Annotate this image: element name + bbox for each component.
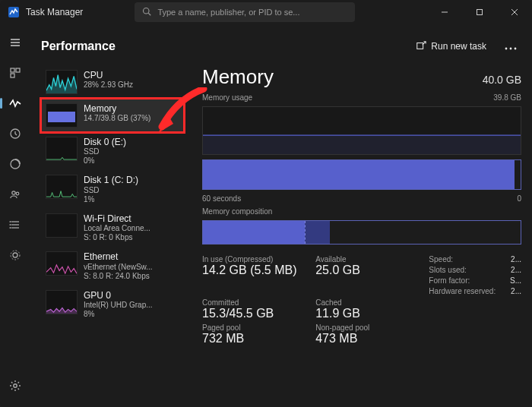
svg-rect-31 (203, 135, 521, 154)
close-button[interactable] (497, 0, 532, 24)
sidebar-item-sub2: 8% (84, 310, 153, 319)
in-use-value: 14.2 GB (5.5 MB) (202, 263, 305, 277)
sidebar-item-sub: Local Area Conne... (84, 224, 150, 233)
svg-point-24 (11, 251, 20, 260)
sidebar-item-sub: SSD (84, 186, 138, 195)
startup-apps-icon[interactable] (6, 155, 24, 173)
nonpaged-value: 473 MB (315, 332, 418, 345)
sidebar-item-label: Memory (84, 103, 150, 114)
memory-usage-bar (202, 159, 521, 190)
svg-rect-11 (16, 68, 20, 72)
cached-label: Cached (315, 298, 418, 307)
perf-item-disk0[interactable]: Disk 0 (E:) SSD 0% (41, 132, 185, 170)
performance-list: CPU 28% 2.93 GHz Memory 14.7/39.8 GB (37… (41, 65, 185, 399)
sidebar-item-sub2: 1% (84, 195, 138, 204)
window-controls (427, 0, 532, 24)
app-title: Task Manager (26, 7, 83, 17)
perf-item-disk1[interactable]: Disk 1 (C: D:) SSD 1% (41, 170, 185, 208)
speed-label: Speed: (429, 255, 453, 263)
committed-value: 15.3/45.5 GB (202, 307, 305, 320)
svg-point-22 (10, 227, 11, 229)
settings-icon[interactable] (6, 377, 24, 395)
sidebar-item-label: Disk 1 (C: D:) (84, 175, 138, 185)
more-button[interactable] (500, 36, 521, 56)
minimize-button[interactable] (427, 0, 462, 24)
perf-item-gpu0[interactable]: GPU 0 Intel(R) UHD Grap... 8% (41, 286, 185, 323)
sidebar-item-label: Ethernet (84, 251, 153, 262)
perf-item-ethernet[interactable]: Ethernet vEthernet (NewSw... S: 8.0 R: 2… (41, 247, 185, 285)
run-new-task-label: Run new task (431, 41, 486, 52)
memory-total: 40.0 GB (483, 74, 521, 86)
hamburger-icon[interactable] (6, 33, 24, 52)
content-area: Performance Run new task (30, 24, 532, 407)
perf-item-wifi[interactable]: Wi-Fi Direct Local Area Conne... S: 0 R:… (41, 209, 185, 247)
paged-value: 732 MB (202, 332, 305, 345)
app-icon (8, 6, 20, 18)
svg-point-25 (14, 384, 17, 387)
available-value: 25.0 GB (315, 263, 418, 277)
usage-right: 39.8 GB (493, 93, 521, 102)
in-use-label: In use (Compressed) (202, 255, 305, 263)
committed-label: Committed (202, 298, 305, 307)
title-bar: Task Manager (0, 0, 532, 24)
sidebar-item-sub: 28% 2.93 GHz (84, 80, 133, 90)
sidebar-item-sub: SSD (84, 147, 126, 156)
slots-value: 2... (511, 266, 521, 274)
sidebar-item-sub2: S: 8.0 R: 24.0 Kbps (84, 272, 153, 281)
form-label: Form factor: (429, 276, 470, 285)
composition-label: Memory composition (202, 207, 272, 216)
sidebar-item-label: Wi-Fi Direct (84, 213, 150, 224)
performance-icon[interactable] (6, 94, 24, 112)
memory-usage-chart[interactable] (202, 106, 521, 155)
svg-point-23 (13, 253, 17, 257)
search-box[interactable] (135, 2, 355, 22)
svg-rect-26 (417, 43, 423, 49)
nav-rail (0, 24, 30, 407)
search-input[interactable] (157, 8, 347, 17)
sidebar-item-sub: vEthernet (NewSw... (84, 263, 153, 272)
perf-item-memory[interactable]: Memory 14.7/39.8 GB (37%) (41, 99, 185, 132)
details-icon[interactable] (6, 216, 24, 234)
page-title: Performance (41, 39, 402, 53)
users-icon[interactable] (6, 185, 24, 204)
usage-label: Memory usage (202, 93, 252, 102)
svg-rect-12 (11, 74, 14, 77)
nonpaged-label: Non-paged pool (315, 323, 418, 332)
sidebar-item-label: Disk 0 (E:) (84, 137, 126, 147)
thumb-ethernet (46, 251, 78, 276)
svg-line-2 (149, 13, 151, 15)
svg-point-1 (144, 8, 150, 14)
cached-value: 11.9 GB (315, 307, 418, 320)
timeline-right: 0 (517, 194, 521, 203)
thumb-memory (46, 103, 78, 128)
sidebar-item-label: GPU 0 (84, 290, 153, 301)
thumb-gpu0 (46, 290, 78, 314)
memory-composition-chart[interactable] (202, 220, 521, 245)
services-icon[interactable] (6, 246, 24, 264)
app-history-icon[interactable] (6, 125, 24, 143)
svg-point-20 (10, 221, 11, 222)
run-new-task-button[interactable]: Run new task (410, 37, 492, 56)
processes-icon[interactable] (6, 64, 24, 82)
search-icon (142, 5, 151, 19)
thumb-disk0 (46, 137, 78, 161)
svg-point-27 (505, 48, 508, 50)
perf-item-cpu[interactable]: CPU 28% 2.93 GHz (41, 65, 185, 99)
sidebar-item-sub2: 0% (84, 156, 126, 166)
thumb-cpu (46, 70, 78, 94)
svg-point-28 (510, 48, 512, 50)
svg-point-29 (515, 48, 517, 50)
sidebar-item-sub: Intel(R) UHD Grap... (84, 301, 153, 310)
available-label: Available (315, 255, 418, 263)
svg-point-15 (12, 191, 15, 194)
sidebar-item-sub: 14.7/39.8 GB (37%) (84, 114, 150, 123)
sidebar-item-sub2: S: 0 R: 0 Kbps (84, 233, 150, 242)
slots-label: Slots used: (429, 266, 466, 274)
svg-point-16 (16, 192, 19, 195)
main-panel: Memory 40.0 GB Memory usage 39.8 GB (195, 65, 521, 399)
main-title: Memory (202, 65, 483, 89)
thumb-disk1 (46, 175, 78, 199)
svg-rect-10 (11, 68, 14, 72)
run-new-task-icon (416, 40, 426, 53)
maximize-button[interactable] (462, 0, 497, 24)
